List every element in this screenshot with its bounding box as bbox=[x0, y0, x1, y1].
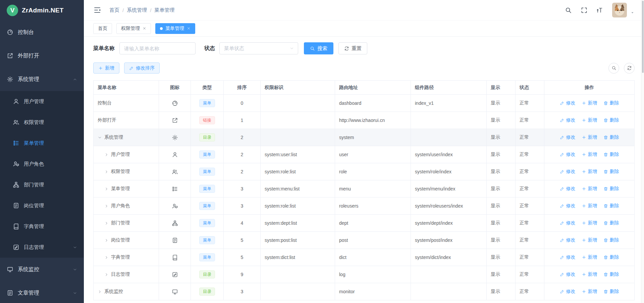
tab-2[interactable]: 菜单管理 bbox=[155, 23, 195, 34]
add-row-button[interactable]: 新增 bbox=[582, 254, 597, 260]
app-logo[interactable]: V ZrAdmin.NET bbox=[0, 0, 84, 20]
sidebar-item-article[interactable]: 文章管理 bbox=[0, 281, 84, 303]
delete-row-button[interactable]: 删除 bbox=[603, 254, 619, 260]
search-icon[interactable] bbox=[565, 7, 572, 14]
edit-row-button[interactable]: 修改 bbox=[560, 289, 576, 295]
delete-row-button[interactable]: 删除 bbox=[603, 271, 619, 277]
menu-name-input[interactable] bbox=[119, 42, 196, 54]
edit-row-button[interactable]: 修改 bbox=[560, 220, 576, 226]
sidebar-item-monitor[interactable]: 系统监控 bbox=[0, 258, 84, 281]
delete-row-button[interactable]: 删除 bbox=[603, 169, 619, 175]
tab-0[interactable]: 首页 bbox=[93, 23, 112, 34]
breadcrumb-item-2[interactable]: 菜单管理 bbox=[154, 7, 174, 13]
chevron-right-icon[interactable] bbox=[104, 204, 109, 208]
close-icon[interactable] bbox=[143, 27, 146, 30]
delete-row-button[interactable]: 删除 bbox=[603, 203, 619, 209]
table-row-8[interactable]: 岗位管理菜单5system:post:listpostsystem/post/i… bbox=[94, 232, 635, 249]
add-row-button[interactable]: 新增 bbox=[582, 289, 597, 295]
add-button[interactable]: 新增 bbox=[93, 62, 119, 74]
add-row-button[interactable]: 新增 bbox=[582, 134, 597, 140]
delete-row-button[interactable]: 删除 bbox=[603, 237, 619, 243]
sidebar-item-dict[interactable]: 字典管理 bbox=[0, 216, 84, 237]
chevron-right-icon[interactable] bbox=[104, 238, 109, 243]
toggle-search-button[interactable] bbox=[608, 63, 619, 74]
add-row-button[interactable]: 新增 bbox=[582, 100, 597, 106]
menu-name-cell: 系统监控 bbox=[98, 289, 155, 295]
submenu-gear: 用户管理权限管理菜单管理用户角色部门管理岗位管理字典管理日志管理 bbox=[0, 91, 84, 258]
refresh-table-button[interactable] bbox=[624, 63, 635, 74]
close-icon[interactable] bbox=[187, 27, 191, 30]
add-row-button[interactable]: 新增 bbox=[582, 169, 597, 175]
table-row-5[interactable]: 菜单管理菜单3system:menu:listmenusystem/menu/i… bbox=[94, 180, 635, 198]
chevron-right-icon[interactable] bbox=[104, 187, 109, 191]
delete-row-button[interactable]: 删除 bbox=[603, 152, 619, 158]
edit-row-button[interactable]: 修改 bbox=[560, 134, 576, 140]
sort-edit-button[interactable]: 修改排序 bbox=[124, 62, 160, 74]
table-row-0[interactable]: 控制台菜单0dashboardindex_v1显示正常修改新增删除 bbox=[94, 95, 635, 112]
search-button[interactable]: 搜索 bbox=[304, 42, 333, 54]
table-row-10[interactable]: 日志管理目录9log显示正常修改新增删除 bbox=[94, 266, 635, 283]
edit-row-button[interactable]: 修改 bbox=[560, 152, 576, 158]
delete-row-button[interactable]: 删除 bbox=[603, 186, 619, 192]
breadcrumb-item-1[interactable]: 系统管理 bbox=[127, 7, 147, 13]
edit-row-button[interactable]: 修改 bbox=[560, 117, 576, 123]
sidebar-item-dept-tree[interactable]: 部门管理 bbox=[0, 174, 84, 195]
sidebar-item-post[interactable]: 岗位管理 bbox=[0, 195, 84, 216]
tab-1[interactable]: 权限管理 bbox=[116, 23, 151, 34]
add-row-button[interactable]: 新增 bbox=[582, 271, 597, 277]
delete-row-button[interactable]: 删除 bbox=[603, 117, 619, 123]
delete-row-button[interactable]: 删除 bbox=[603, 100, 619, 106]
add-row-button[interactable]: 新增 bbox=[582, 203, 597, 209]
table-row-4[interactable]: 权限管理菜单2system:role:listrolesystem/role/i… bbox=[94, 163, 635, 180]
edit-row-button[interactable]: 修改 bbox=[560, 237, 576, 243]
sidebar-item-dashboard[interactable]: 控制台 bbox=[0, 20, 84, 44]
delete-row-button[interactable]: 删除 bbox=[603, 220, 619, 226]
edit-row-button[interactable]: 修改 bbox=[560, 169, 576, 175]
sidebar-item-menu-list[interactable]: 菜单管理 bbox=[0, 133, 84, 154]
reset-button[interactable]: 重置 bbox=[338, 42, 367, 54]
chevron-down-icon[interactable] bbox=[98, 135, 102, 140]
table-row-7[interactable]: 部门管理菜单4system:dept:listdeptsystem/dept/i… bbox=[94, 215, 635, 232]
chevron-right-icon[interactable] bbox=[104, 221, 109, 225]
table-row-6[interactable]: 用户角色菜单3system:role:listroleuserssystem/r… bbox=[94, 198, 635, 215]
chevron-right-icon[interactable] bbox=[104, 170, 109, 174]
table-row-3[interactable]: 用户管理菜单2system:user:listusersystem/user/i… bbox=[94, 146, 635, 163]
edit-row-button[interactable]: 修改 bbox=[560, 271, 576, 277]
status-label: 状态 bbox=[204, 45, 215, 52]
edit-row-button[interactable]: 修改 bbox=[560, 186, 576, 192]
font-size-icon[interactable] bbox=[596, 7, 603, 14]
user-menu-caret-icon[interactable] bbox=[630, 10, 635, 15]
dict-icon bbox=[13, 223, 19, 230]
page-scrollbar-thumb[interactable] bbox=[642, 1, 644, 73]
chevron-right-icon[interactable] bbox=[104, 153, 109, 157]
delete-row-button[interactable]: 删除 bbox=[603, 134, 619, 140]
sidebar-item-gear[interactable]: 系统管理 bbox=[0, 68, 84, 91]
delete-row-button[interactable]: 删除 bbox=[603, 289, 619, 295]
chevron-right-icon[interactable] bbox=[104, 255, 109, 260]
table-row-1[interactable]: 外部打开链接1http://www.izhaorui.cn显示正常修改新增删除 bbox=[94, 112, 635, 129]
breadcrumb-item-0[interactable]: 首页 bbox=[109, 7, 119, 13]
menu-fold-icon[interactable] bbox=[93, 6, 101, 14]
sidebar-item-external-link[interactable]: 外部打开 bbox=[0, 44, 84, 68]
add-row-button[interactable]: 新增 bbox=[582, 220, 597, 226]
fullscreen-icon[interactable] bbox=[581, 7, 588, 14]
add-row-button[interactable]: 新增 bbox=[582, 117, 597, 123]
status-select[interactable]: 菜单状态 bbox=[219, 42, 298, 54]
trash-icon bbox=[603, 135, 608, 140]
table-row-2[interactable]: 系统管理目录2system显示正常修改新增删除 bbox=[94, 129, 635, 146]
edit-row-button[interactable]: 修改 bbox=[560, 254, 576, 260]
edit-row-button[interactable]: 修改 bbox=[560, 203, 576, 209]
sidebar-item-user-role[interactable]: 用户角色 bbox=[0, 154, 84, 174]
avatar[interactable] bbox=[612, 3, 627, 17]
add-row-button[interactable]: 新增 bbox=[582, 152, 597, 158]
table-row-11[interactable]: 系统监控目录3monitor显示正常修改新增删除 bbox=[94, 283, 635, 300]
chevron-right-icon[interactable] bbox=[104, 272, 109, 277]
add-row-button[interactable]: 新增 bbox=[582, 237, 597, 243]
sidebar-item-log[interactable]: 日志管理 bbox=[0, 237, 84, 258]
sidebar-item-user[interactable]: 用户管理 bbox=[0, 91, 84, 112]
sidebar-item-users[interactable]: 权限管理 bbox=[0, 112, 84, 133]
table-row-9[interactable]: 字典管理菜单5system:dict:listdictsystem/dict/i… bbox=[94, 249, 635, 266]
chevron-right-icon[interactable] bbox=[98, 290, 102, 294]
add-row-button[interactable]: 新增 bbox=[582, 186, 597, 192]
edit-row-button[interactable]: 修改 bbox=[560, 100, 576, 106]
